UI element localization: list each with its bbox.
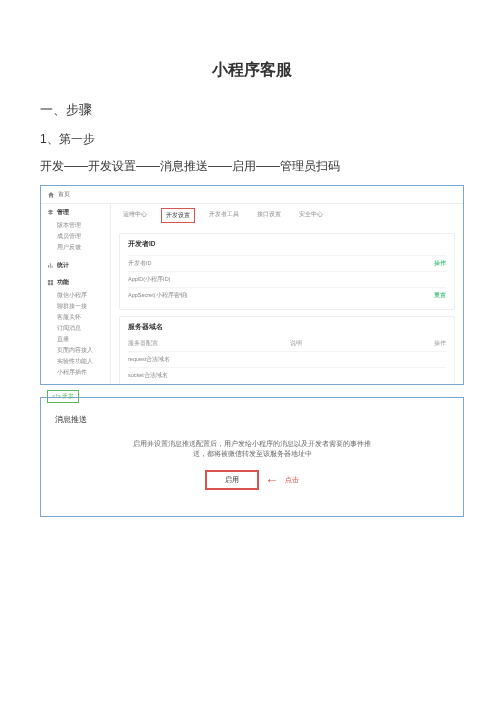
domain-table-head: 服务器配置 说明 操作: [128, 338, 446, 351]
col-action: 操作: [434, 260, 446, 267]
home-icon: [47, 191, 55, 199]
col: 服务器配置: [128, 340, 158, 347]
doc-title: 小程序客服: [40, 60, 464, 81]
panel-title: 服务器域名: [128, 323, 446, 332]
screenshot-dev-settings: 首页 管理 版本管理 成员管理 用户反馈 统计: [40, 185, 464, 385]
col: 说明: [290, 340, 302, 347]
row-action[interactable]: 重置: [434, 292, 446, 299]
topbar: 首页: [41, 186, 463, 204]
sidebar-group-features[interactable]: 功能: [47, 278, 104, 287]
arrow-icon: ←: [265, 472, 279, 488]
table-row: AppSecret(小程序密钥) 重置: [128, 287, 446, 303]
sidebar-group-label: 功能: [57, 278, 69, 287]
chart-icon: [47, 262, 54, 269]
step-heading: 1、第一步: [40, 131, 464, 148]
tab-dev-tools[interactable]: 开发者工具: [205, 208, 243, 223]
enable-row: 启用 ← 点击: [55, 470, 449, 490]
table-row: socket合法域名: [128, 367, 446, 383]
row-label: AppSecret(小程序密钥): [128, 292, 198, 299]
table-row: AppID(小程序ID): [128, 271, 446, 287]
tab-security[interactable]: 安全中心: [295, 208, 327, 223]
sidebar-item[interactable]: 版本管理: [47, 220, 104, 231]
sidebar-item[interactable]: 聊群接一接: [47, 301, 104, 312]
sidebar-item[interactable]: 客服关怀: [47, 312, 104, 323]
panel-title: 开发者ID: [128, 240, 446, 249]
col: 操作: [434, 340, 446, 347]
document-root: 小程序客服 一、步骤 1、第一步 开发——开发设置——消息推送——启用——管理员…: [0, 0, 504, 537]
row-label: AppID(小程序ID): [128, 276, 198, 283]
sidebar: 管理 版本管理 成员管理 用户反馈 统计 功能 微信小程序 聊群接一接 客: [41, 204, 111, 384]
sidebar-item[interactable]: 用户反馈: [47, 242, 104, 253]
row-label: request合法域名: [128, 356, 198, 363]
col-label: 开发者ID: [128, 260, 198, 267]
sidebar-item[interactable]: 微信小程序: [47, 290, 104, 301]
layers-icon: [47, 209, 54, 216]
table-header-row: 开发者ID 操作: [128, 255, 446, 271]
tab-dev-settings[interactable]: 开发设置: [161, 208, 195, 223]
sidebar-group-label: 统计: [57, 261, 69, 270]
table-row: request合法域名: [128, 351, 446, 367]
breadcrumb: 开发——开发设置——消息推送——启用——管理员扫码: [40, 158, 464, 175]
sidebar-item[interactable]: 直播: [47, 334, 104, 345]
desc-line1: 启用并设置消息推送配置后，用户发给小程序的消息以及开发者需要的事件推: [133, 440, 371, 447]
screenshot-message-push: 消息推送 启用并设置消息推送配置后，用户发给小程序的消息以及开发者需要的事件推 …: [40, 397, 464, 517]
click-annotation: 点击: [285, 475, 299, 485]
tab-ops[interactable]: 运维中心: [119, 208, 151, 223]
content-area: 运维中心 开发设置 开发者工具 接口设置 安全中心 开发者ID 开发者ID 操作…: [111, 204, 463, 384]
row-label: socket合法域名: [128, 372, 198, 379]
enable-button[interactable]: 启用: [205, 470, 259, 490]
grid-icon: [47, 279, 54, 286]
sidebar-item[interactable]: 订阅消息: [47, 323, 104, 334]
dev-label: 开发: [62, 393, 74, 399]
home-label[interactable]: 首页: [58, 190, 70, 199]
sidebar-item[interactable]: 小程序插件: [47, 367, 104, 378]
message-push-title: 消息推送: [55, 414, 449, 425]
sidebar-item[interactable]: 页面内容接入: [47, 345, 104, 356]
sidebar-item[interactable]: 实验性功能人: [47, 356, 104, 367]
sidebar-item-develop-highlight[interactable]: </> 开发: [47, 390, 79, 403]
sidebar-group-manage[interactable]: 管理: [47, 208, 104, 217]
message-push-desc: 启用并设置消息推送配置后，用户发给小程序的消息以及开发者需要的事件推 送，都将被…: [55, 439, 449, 460]
desc-line2: 送，都将被微信转发至该服务器地址中: [193, 450, 312, 457]
developer-id-panel: 开发者ID 开发者ID 操作 AppID(小程序ID) AppSecret(小程…: [119, 233, 455, 310]
tabs: 运维中心 开发设置 开发者工具 接口设置 安全中心: [119, 204, 455, 227]
tab-api-settings[interactable]: 接口设置: [253, 208, 285, 223]
sidebar-item[interactable]: 成员管理: [47, 231, 104, 242]
server-domain-panel: 服务器域名 服务器配置 说明 操作 request合法域名 socket合法域名: [119, 316, 455, 384]
section-heading: 一、步骤: [40, 101, 464, 119]
sidebar-group-stats[interactable]: 统计: [47, 261, 104, 270]
sidebar-group-label: 管理: [57, 208, 69, 217]
